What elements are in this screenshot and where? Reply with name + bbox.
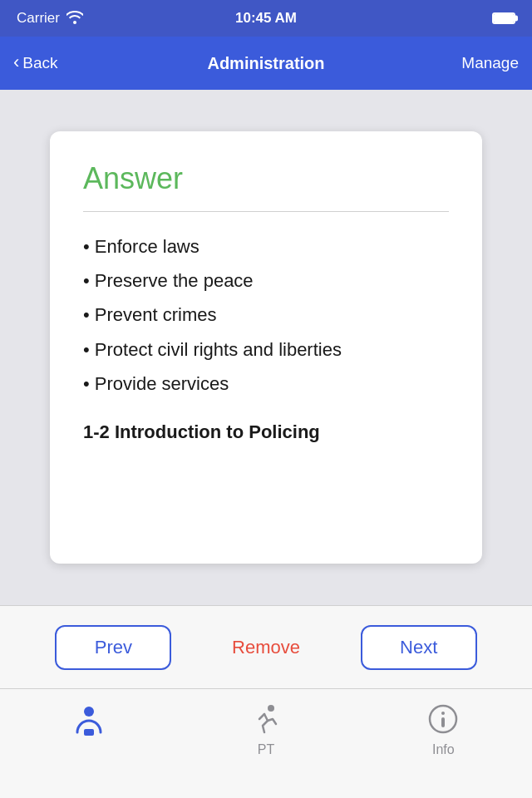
content-area: Answer • Enforce laws • Preserve the pea… bbox=[0, 90, 532, 605]
bullet-5: • Provide services bbox=[83, 369, 449, 398]
status-bar-left: Carrier bbox=[17, 10, 83, 27]
wifi-icon bbox=[66, 11, 83, 27]
nav-title: Administration bbox=[207, 54, 324, 73]
prev-button[interactable]: Prev bbox=[55, 625, 171, 670]
tab-pt-label: PT bbox=[258, 742, 274, 757]
svg-point-4 bbox=[441, 712, 445, 715]
bullet-3: • Prevent crimes bbox=[83, 300, 449, 329]
answer-card: Answer • Enforce laws • Preserve the pea… bbox=[50, 131, 482, 564]
card-reference: 1-2 Introduction to Policing bbox=[83, 421, 449, 443]
carrier-label: Carrier bbox=[17, 10, 60, 27]
action-bar: Prev Remove Next bbox=[0, 605, 532, 688]
info-icon bbox=[425, 701, 461, 737]
card-divider bbox=[83, 211, 449, 212]
manage-button[interactable]: Manage bbox=[461, 54, 519, 72]
svg-point-0 bbox=[84, 707, 94, 717]
tab-home[interactable] bbox=[39, 701, 139, 737]
svg-rect-1 bbox=[84, 729, 94, 736]
back-button[interactable]: ‹ Back bbox=[13, 54, 58, 72]
svg-rect-5 bbox=[441, 717, 445, 727]
nav-bar: ‹ Back Administration Manage bbox=[0, 37, 532, 90]
bullet-4: • Protect civil rights and liberties bbox=[83, 335, 449, 364]
next-button[interactable]: Next bbox=[361, 625, 477, 670]
bullet-1: • Enforce laws bbox=[83, 232, 449, 261]
svg-point-2 bbox=[268, 705, 274, 712]
tab-pt[interactable]: PT bbox=[216, 701, 316, 757]
answer-title: Answer bbox=[83, 161, 449, 196]
back-chevron-icon: ‹ bbox=[13, 53, 19, 71]
battery-icon bbox=[492, 12, 515, 24]
remove-button[interactable]: Remove bbox=[232, 637, 300, 658]
tab-info[interactable]: Info bbox=[393, 701, 493, 757]
tab-info-label: Info bbox=[432, 742, 455, 757]
card-body: • Enforce laws • Preserve the peace • Pr… bbox=[83, 232, 449, 398]
back-label: Back bbox=[22, 54, 57, 72]
status-bar-time: 10:45 AM bbox=[235, 10, 297, 27]
tab-bar: PT Info bbox=[0, 688, 532, 798]
runner-icon bbox=[248, 701, 284, 737]
status-bar: Carrier 10:45 AM bbox=[0, 0, 532, 37]
status-bar-right bbox=[492, 12, 515, 24]
bullet-2: • Preserve the peace bbox=[83, 266, 449, 295]
home-person-icon bbox=[71, 701, 107, 737]
